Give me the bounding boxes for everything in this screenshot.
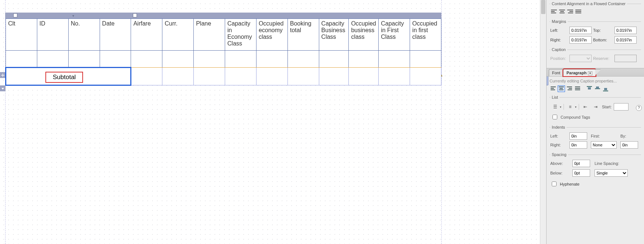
column-selection-bar[interactable]: ▾ [5, 13, 441, 18]
flow-align-middle-icon[interactable] [559, 10, 565, 14]
editing-context-note: Currently editing Caption properties... [547, 77, 644, 84]
margin-bottom-input[interactable] [614, 36, 637, 44]
column-header[interactable]: Curr. [162, 19, 194, 51]
indent-by-label: By: [620, 134, 638, 138]
column-header[interactable]: Capacity in Economy Class [225, 19, 256, 51]
column-header[interactable]: Airfare [131, 19, 162, 51]
spacing-section: Spacing Above: Line Spacing: Below: Sing… [550, 152, 641, 178]
valign-middle-icon[interactable] [594, 85, 601, 92]
spacing-above-input[interactable] [572, 160, 590, 167]
margins-section: Margins Left: Top: Right: Bottom: [550, 19, 641, 45]
table-footer-row[interactable]: Subtotal [6, 68, 441, 85]
scrollbar-thumb[interactable] [541, 0, 545, 14]
margin-top-input[interactable] [614, 27, 637, 34]
compound-tags-label: Compound Tags [561, 115, 590, 119]
column-header[interactable]: Clt [6, 19, 37, 51]
column-header[interactable]: Booking total [287, 19, 319, 51]
spacing-below-label: Below: [550, 171, 568, 175]
separator [564, 104, 564, 110]
properties-panel: Content Alignment in a Flowed Container … [546, 0, 644, 244]
column-header[interactable]: No. [68, 19, 100, 51]
fieldset-legend: List [550, 95, 559, 99]
indent-first-label: First: [591, 134, 606, 138]
valign-top-icon[interactable] [586, 85, 593, 92]
margin-right-input[interactable] [569, 36, 592, 44]
hyphenate-label: Hyphenate [560, 182, 579, 186]
palette-tabs: Font Paragraph× [547, 68, 644, 77]
caption-reserve-input [614, 55, 637, 62]
subtotal-caption[interactable]: Subtotal [45, 72, 83, 83]
content-alignment-section: Content Alignment in a Flowed Container [550, 1, 641, 17]
compound-tags-checkbox[interactable] [552, 115, 557, 119]
canvas-scrollbar[interactable] [540, 0, 546, 244]
align-center-icon[interactable] [558, 85, 565, 92]
indent-left-label: Left: [550, 134, 566, 138]
fieldset-legend: Caption [550, 47, 567, 52]
separator [582, 85, 585, 92]
indent-icon[interactable]: ⇥ [592, 104, 600, 110]
indent-right-label: Right: [550, 143, 566, 147]
bullet-list-icon[interactable]: ☰ [551, 104, 559, 110]
spacing-below-input[interactable] [572, 169, 590, 177]
tab-paragraph[interactable]: Paragraph× [563, 69, 596, 76]
column-menu-icon[interactable]: ▾ [72, 14, 74, 18]
tab-font[interactable]: Font [549, 69, 564, 76]
margin-left-label: Left: [550, 28, 568, 33]
column-header[interactable]: Capacity Business Class [319, 19, 349, 51]
column-header[interactable]: Date [100, 19, 131, 51]
valign-bottom-icon[interactable] [602, 85, 609, 92]
fieldset-legend: Content Alignment in a Flowed Container [550, 1, 627, 6]
align-justify-icon[interactable] [574, 85, 581, 92]
form-design-canvas[interactable]: ▾ Clt ID No. Date Airfare Curr. Plane Ca… [0, 0, 546, 244]
column-header[interactable]: Occupied business class [349, 19, 379, 51]
hyphenate-checkbox[interactable] [552, 182, 557, 186]
column-header[interactable]: Plane [194, 19, 225, 51]
separator [579, 104, 579, 110]
flow-align-bottom-icon[interactable] [567, 10, 573, 14]
outdent-icon[interactable]: ⇤ [581, 104, 589, 110]
table-data-row[interactable] [6, 51, 441, 68]
list-start-label: Start: [602, 105, 612, 109]
column-grip[interactable] [13, 13, 17, 17]
margin-right-label: Right: [550, 38, 568, 42]
form-table[interactable]: Clt ID No. Date Airfare Curr. Plane Capa… [5, 18, 441, 86]
align-right-icon[interactable] [566, 85, 573, 92]
column-grip[interactable] [133, 13, 137, 17]
dropdown-arrow-icon[interactable]: ▾ [560, 105, 561, 109]
align-left-icon[interactable] [550, 85, 557, 92]
tab-paragraph-label: Paragraph [566, 71, 586, 75]
svg-marker-0 [1, 88, 4, 89]
caption-reserve-label: Reserve: [593, 56, 613, 61]
flow-align-justify-icon[interactable] [575, 10, 581, 14]
fieldset-legend: Indents [550, 125, 566, 129]
table-header-row: Clt ID No. Date Airfare Curr. Plane Capa… [6, 19, 441, 51]
margin-bottom-label: Bottom: [593, 38, 613, 42]
caption-section: Caption Position: Reserve: [550, 47, 641, 64]
indent-by-input[interactable] [620, 141, 638, 149]
caption-position-label: Position: [550, 56, 568, 61]
footer-subtotal-cell[interactable]: Subtotal [6, 68, 131, 85]
list-section: List ☰▾ ≡▾ ⇤ ⇥ Start: Compound Tags [550, 95, 641, 123]
line-spacing-label: Line Spacing: [595, 161, 628, 166]
line-spacing-select[interactable]: Single [595, 169, 628, 177]
indent-first-select[interactable]: None [591, 141, 617, 149]
indent-right-input[interactable] [569, 141, 587, 149]
dropdown-arrow-icon[interactable]: ▾ [575, 105, 576, 109]
indents-section: Indents Left: First: By: Right: None [550, 125, 641, 150]
numbered-list-icon[interactable]: ≡ [566, 104, 574, 110]
indent-left-input[interactable] [569, 132, 587, 140]
column-header[interactable]: Capacity in First Class [379, 19, 410, 51]
row-handle[interactable] [0, 85, 6, 92]
guide-line-right [441, 0, 442, 244]
fieldset-legend: Spacing [550, 152, 568, 157]
margin-top-label: Top: [593, 28, 613, 33]
tab-close-icon[interactable]: × [588, 71, 592, 75]
column-header[interactable]: ID [37, 19, 68, 51]
fieldset-legend: Margins [550, 19, 568, 24]
caption-position-select [569, 55, 592, 62]
column-header[interactable]: Occupied economy class [256, 19, 287, 51]
tab-tail-decoration [595, 69, 600, 76]
flow-align-top-icon[interactable] [551, 10, 557, 14]
margin-left-input[interactable] [569, 27, 592, 34]
column-header[interactable]: Occupied in first class [410, 19, 441, 51]
